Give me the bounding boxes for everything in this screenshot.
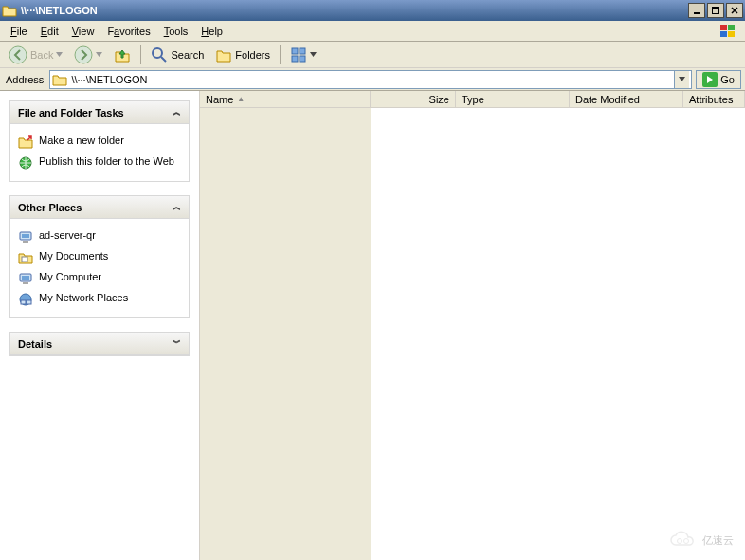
dropdown-icon	[96, 52, 102, 57]
up-button[interactable]	[109, 44, 136, 66]
details-panel: Details ︾	[9, 332, 190, 356]
svg-rect-12	[292, 56, 298, 62]
back-button[interactable]: Back	[4, 43, 67, 67]
dropdown-icon	[310, 52, 317, 57]
column-size[interactable]: Size	[371, 91, 456, 107]
file-list[interactable]	[200, 108, 745, 560]
minimize-button[interactable]	[688, 3, 705, 18]
menu-help[interactable]: Help	[194, 24, 229, 39]
panel-header[interactable]: Details ︾	[10, 333, 189, 355]
file-list-area: Name ▲ Size Type Date Modified Attribute…	[199, 91, 745, 560]
other-place-network[interactable]: My Network Places	[18, 289, 181, 310]
dropdown-icon	[56, 52, 63, 57]
link-label: ad-server-qr	[39, 229, 96, 241]
close-button[interactable]	[726, 3, 743, 18]
expand-icon: ︾	[173, 337, 181, 350]
menu-file[interactable]: File	[4, 24, 34, 39]
other-places-panel: Other Places ︽ ad-server-qr My Documents…	[9, 195, 190, 318]
svg-point-8	[75, 46, 92, 63]
windows-flag-icon	[715, 21, 741, 42]
svg-point-9	[153, 48, 162, 58]
window-title: \\···\NETLOGON	[21, 5, 688, 16]
folders-label: Folders	[235, 49, 270, 61]
link-label: My Documents	[39, 250, 108, 262]
toolbar-separator	[140, 45, 141, 64]
sort-asc-icon: ▲	[237, 95, 245, 103]
svg-rect-5	[720, 31, 727, 37]
toolbar: Back Search Folders	[0, 42, 745, 68]
new-folder-icon	[18, 135, 33, 150]
panel-header[interactable]: Other Places ︽	[10, 196, 189, 219]
collapse-icon: ︽	[173, 201, 181, 213]
svg-rect-22	[23, 282, 28, 284]
svg-rect-13	[300, 56, 305, 62]
address-bar: Address Go	[0, 68, 745, 91]
network-places-icon	[18, 292, 33, 307]
title-bar: \\···\NETLOGON	[0, 0, 745, 21]
search-button[interactable]: Search	[146, 44, 209, 66]
svg-rect-24	[21, 300, 26, 304]
views-button[interactable]	[285, 44, 321, 66]
link-label: Make a new folder	[39, 135, 124, 146]
go-button[interactable]: Go	[696, 70, 741, 89]
forward-button[interactable]	[69, 43, 107, 67]
svg-rect-6	[728, 31, 735, 37]
cloud-icon	[668, 530, 697, 551]
address-label: Address	[4, 74, 45, 85]
collapse-icon: ︽	[173, 106, 181, 118]
folder-icon	[2, 3, 17, 18]
empty-selection-strip	[200, 108, 371, 560]
svg-rect-17	[22, 234, 29, 238]
other-place-mycomputer[interactable]: My Computer	[18, 268, 181, 289]
column-date[interactable]: Date Modified	[570, 91, 683, 107]
go-arrow-icon	[702, 72, 718, 87]
maximize-button[interactable]	[707, 3, 724, 18]
svg-rect-2	[712, 7, 719, 9]
svg-point-27	[684, 539, 689, 544]
search-icon	[151, 46, 168, 63]
other-place-server[interactable]: ad-server-qr	[18, 226, 181, 247]
back-label: Back	[30, 49, 53, 61]
address-input-wrap	[49, 70, 692, 89]
search-label: Search	[171, 49, 204, 61]
svg-point-7	[9, 46, 27, 63]
computer-icon	[18, 229, 33, 244]
folders-button[interactable]: Folders	[210, 44, 275, 66]
svg-rect-11	[300, 48, 305, 54]
make-new-folder-link[interactable]: Make a new folder	[18, 132, 181, 153]
svg-rect-18	[23, 241, 28, 243]
menu-view[interactable]: View	[65, 24, 101, 39]
menu-tools[interactable]: Tools	[157, 24, 195, 39]
svg-rect-0	[694, 12, 700, 14]
publish-folder-link[interactable]: Publish this folder to the Web	[18, 153, 181, 173]
go-label: Go	[720, 74, 735, 85]
documents-icon	[18, 250, 33, 265]
folder-icon	[52, 72, 67, 87]
back-icon	[9, 45, 27, 64]
column-name[interactable]: Name ▲	[200, 91, 371, 107]
panel-title: Details	[18, 338, 52, 350]
link-label: Publish this folder to the Web	[39, 155, 174, 167]
svg-rect-10	[292, 48, 298, 54]
svg-rect-19	[22, 257, 27, 262]
content-area: File and Folder Tasks ︽ Make a new folde…	[0, 91, 745, 560]
folders-icon	[215, 46, 232, 63]
forward-icon	[74, 45, 93, 64]
my-computer-icon	[18, 271, 33, 286]
panel-title: Other Places	[18, 202, 82, 213]
svg-rect-4	[728, 25, 735, 30]
link-label: My Network Places	[39, 292, 128, 303]
column-headers: Name ▲ Size Type Date Modified Attribute…	[200, 91, 745, 108]
menu-favorites[interactable]: Favorites	[100, 24, 156, 39]
other-place-documents[interactable]: My Documents	[18, 247, 181, 268]
column-attributes[interactable]: Attributes	[683, 91, 745, 107]
views-icon	[290, 46, 307, 63]
menu-edit[interactable]: Edit	[34, 24, 65, 39]
address-dropdown[interactable]	[674, 71, 689, 88]
column-type[interactable]: Type	[456, 91, 570, 107]
file-tasks-panel: File and Folder Tasks ︽ Make a new folde…	[9, 100, 190, 182]
address-input[interactable]	[67, 74, 674, 85]
watermark: 亿速云	[668, 530, 734, 551]
panel-header[interactable]: File and Folder Tasks ︽	[10, 101, 189, 124]
watermark-text: 亿速云	[702, 533, 734, 548]
